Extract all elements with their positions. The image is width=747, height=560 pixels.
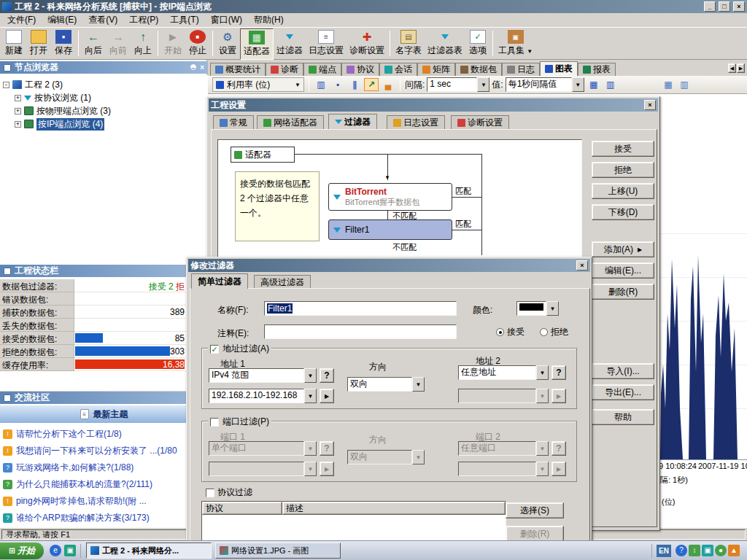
port-filter-checkbox[interactable]: 端口过滤(P) — [208, 416, 271, 428]
port1-pick-button[interactable]: ▶ — [320, 462, 334, 476]
menu-file[interactable]: 文件(F) — [1, 12, 42, 28]
move-up-button[interactable]: 上移(U) — [592, 183, 654, 199]
address1-help-button[interactable]: ? — [320, 368, 334, 383]
topic-link[interactable]: !我想请问一下科来可以分析安装了 ...(1/80 — [0, 443, 208, 459]
address2-type-select[interactable]: 任意地址▼ — [458, 365, 549, 380]
tab-simple-filter[interactable]: 简单过滤器 — [191, 273, 248, 289]
minimize-button[interactable]: _ — [704, 1, 716, 12]
accept-radio[interactable]: 接受 — [496, 326, 525, 338]
filter-name-input[interactable]: Filter1 — [264, 301, 457, 316]
tab-log[interactable]: 日志 — [502, 63, 540, 76]
menu-help[interactable]: 帮助(H) — [248, 12, 290, 28]
tree-item-project[interactable]: - 工程 2 (3) — [0, 78, 208, 91]
menu-tools[interactable]: 工具(T) — [164, 12, 204, 28]
log-settings-button[interactable]: ≡日志设置 — [306, 28, 347, 58]
forward-button[interactable]: →向前 — [106, 28, 131, 58]
reject-radio[interactable]: 拒绝 — [540, 326, 568, 338]
collapse-icon[interactable]: - — [3, 82, 9, 88]
network-activity-icon[interactable]: ↕ — [689, 545, 700, 556]
tab-diagnosis[interactable]: 诊断 — [266, 63, 303, 76]
address-filter-checkbox[interactable]: ✓地址过滤(A) — [208, 343, 271, 355]
help-button[interactable]: 帮助 — [592, 409, 654, 425]
settings-tab-adapter[interactable]: 网络适配器 — [257, 115, 324, 129]
start-capture-button[interactable]: ▶开始 — [160, 28, 185, 58]
port2-type-select[interactable]: 任意端口▼ — [458, 441, 549, 456]
maximize-button[interactable]: □ — [719, 1, 730, 12]
topic-link[interactable]: ?为什么只能捕获本机的流量?(2/111) — [0, 476, 208, 492]
port2-help-button[interactable]: ? — [551, 441, 566, 456]
metric-selector[interactable]: 利用率 (位) ▼ — [212, 77, 304, 92]
settings-tab-filter[interactable]: 过滤器 — [328, 114, 377, 129]
interval-select[interactable]: 1 sec▼ — [427, 77, 489, 92]
zoom-out-icon[interactable]: ▥ — [603, 78, 618, 91]
layout-grid-icon[interactable]: ▦ — [661, 78, 676, 91]
topic-link[interactable]: ?谁给个ARP欺骗的解决方案(3/173) — [0, 510, 208, 526]
address1-value-select[interactable]: 192.168.2.10-192.168▼ — [209, 389, 317, 403]
tab-advanced-filter[interactable]: 高级过滤器 — [254, 275, 311, 289]
tree-item-physical[interactable]: + 按物理端点浏览 (3) — [0, 104, 208, 117]
tab-graph[interactable]: 图表 — [540, 61, 578, 76]
tab-packet[interactable]: 数据包 — [455, 63, 502, 76]
layout-split-icon[interactable]: ▥ — [677, 78, 692, 91]
panel-close-icon[interactable]: × — [200, 63, 204, 71]
language-indicator[interactable]: EN — [657, 545, 671, 557]
menu-edit[interactable]: 编辑(E) — [42, 12, 82, 28]
settings-tab-diagnosis[interactable]: 诊断设置 — [451, 115, 509, 129]
menu-project[interactable]: 工程(P) — [123, 12, 164, 28]
comment-input[interactable] — [264, 324, 457, 339]
reject-button[interactable]: 拒绝 — [592, 162, 654, 178]
port1-value-select[interactable]: ▼ — [209, 462, 317, 476]
close-button[interactable]: × — [733, 1, 745, 12]
tab-summary[interactable]: 概要统计 — [210, 63, 266, 76]
protocol-column-header[interactable]: 协议 — [202, 502, 282, 515]
taskbar-task-capsa[interactable]: 工程 2 - 科来网络分... — [86, 542, 212, 559]
address2-pick-button[interactable]: ▶ — [551, 389, 566, 403]
direction-select[interactable]: 双向▼ — [347, 377, 425, 392]
tab-scroll-left-button[interactable]: ◀ — [728, 63, 736, 73]
port1-help-button[interactable]: ? — [320, 441, 334, 456]
filter-node-bittorrent[interactable]: BitTorrentBitTorrent握手数据包 — [328, 183, 452, 211]
address2-value-select[interactable]: ▼ — [458, 389, 549, 403]
expand-icon[interactable]: + — [15, 121, 21, 128]
address1-type-select[interactable]: IPv4 范围▼ — [209, 368, 317, 383]
protocol-filter-checkbox[interactable]: 协议过滤 — [206, 486, 252, 499]
up-button[interactable]: ↑向上 — [131, 28, 155, 58]
port2-value-select[interactable]: ▼ — [458, 462, 549, 476]
filter-table-button[interactable]: 过滤器表 — [425, 28, 465, 58]
monitor-tray-icon[interactable]: ▣ — [702, 545, 713, 556]
delete-protocol-button[interactable]: 删除(R) — [506, 526, 564, 542]
dialog-close-icon[interactable]: × — [644, 100, 656, 110]
start-button[interactable]: ⊞开始 — [0, 542, 44, 559]
line-chart-icon[interactable]: ↗ — [364, 78, 379, 91]
move-down-button[interactable]: 下移(D) — [592, 204, 654, 220]
edit-filter-button[interactable]: 编辑(E)... — [592, 262, 654, 279]
tab-conversation[interactable]: 会话 — [379, 63, 417, 76]
tree-item-protocol[interactable]: + 按协议浏览 (1) — [0, 91, 208, 104]
open-button[interactable]: 打开 — [26, 28, 51, 58]
zoom-in-icon[interactable]: ▦ — [587, 78, 601, 91]
quicklaunch-desktop-icon[interactable]: ▣ — [64, 545, 76, 556]
tab-scroll-right-button[interactable]: ▶ — [737, 63, 745, 73]
adapter-button[interactable]: ▦适配器 — [240, 28, 274, 60]
tab-endpoint[interactable]: 端点 — [303, 63, 341, 76]
filter-node-filter1[interactable]: Filter1 — [328, 219, 452, 240]
menu-view[interactable]: 查看(V) — [82, 12, 123, 28]
tab-matrix[interactable]: 矩阵 — [417, 63, 455, 76]
taskbar-task-paint[interactable]: 网络设置1.JPG - 画图 — [215, 542, 341, 559]
dialog-close-icon[interactable]: × — [576, 260, 588, 271]
help-tray-icon[interactable]: ? — [676, 545, 687, 556]
expand-icon[interactable]: + — [15, 95, 21, 101]
options-button[interactable]: ✓选项 — [465, 28, 490, 58]
quicklaunch-browser-icon[interactable]: e — [50, 545, 61, 556]
tab-report[interactable]: 报表 — [578, 63, 616, 76]
histogram-icon[interactable]: ▄ — [381, 78, 395, 91]
diagnosis-settings-button[interactable]: ✚诊断设置 — [347, 28, 387, 58]
settings-tab-log[interactable]: 日志设置 — [387, 115, 445, 129]
toolset-button[interactable]: ▣工具集 ▼ — [495, 28, 535, 58]
delete-filter-button[interactable]: 删除(R) — [592, 284, 654, 300]
select-protocol-button[interactable]: 选择(S) — [506, 502, 564, 518]
menu-window[interactable]: 窗口(W) — [205, 12, 248, 28]
tab-protocol[interactable]: 协议 — [341, 63, 379, 76]
pause-icon[interactable]: ∥ — [347, 78, 362, 91]
pin-icon[interactable] — [190, 64, 196, 70]
